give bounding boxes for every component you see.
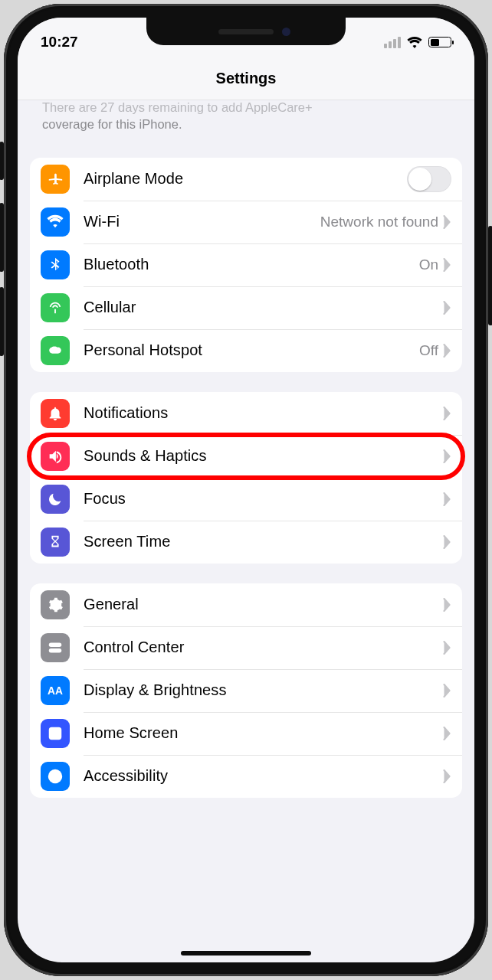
settings-row-general[interactable]: General bbox=[30, 583, 462, 626]
chevron-right-icon bbox=[443, 598, 451, 612]
row-value: Off bbox=[419, 342, 438, 359]
settings-row-hotspot[interactable]: Personal Hotspot Off bbox=[30, 329, 462, 372]
airplane-icon bbox=[41, 165, 70, 194]
settings-row-sounds[interactable]: Sounds & Haptics bbox=[30, 435, 462, 478]
settings-row-controlcenter[interactable]: Control Center bbox=[30, 626, 462, 669]
settings-row-wifi[interactable]: Wi-Fi Network not found bbox=[30, 201, 462, 243]
settings-row-accessibility[interactable]: Accessibility bbox=[30, 755, 462, 798]
row-value: On bbox=[419, 256, 438, 273]
settings-group: Notifications Sounds & Haptics Focus Scr… bbox=[30, 392, 462, 564]
settings-row-screentime[interactable]: Screen Time bbox=[30, 521, 462, 564]
chevron-right-icon bbox=[443, 215, 451, 229]
settings-row-homescreen[interactable]: Home Screen bbox=[30, 712, 462, 755]
settings-scroll[interactable]: There are 27 days remaining to add Apple… bbox=[18, 100, 474, 962]
nav-bar: Settings bbox=[18, 57, 474, 100]
row-label: Focus bbox=[84, 490, 443, 508]
chevron-right-icon bbox=[443, 449, 451, 463]
toggle-airplane[interactable] bbox=[407, 166, 451, 192]
status-time: 10:27 bbox=[41, 34, 78, 51]
wifi-icon bbox=[41, 207, 70, 237]
row-value: Network not found bbox=[320, 214, 438, 230]
volume-up-button bbox=[0, 203, 4, 272]
settings-row-airplane[interactable]: Airplane Mode bbox=[30, 158, 462, 201]
applecare-note: There are 27 days remaining to add Apple… bbox=[18, 100, 474, 144]
row-label: Control Center bbox=[84, 639, 443, 656]
wifi-status-icon bbox=[407, 37, 422, 48]
settings-row-focus[interactable]: Focus bbox=[30, 478, 462, 521]
chevron-right-icon bbox=[443, 407, 451, 420]
chevron-right-icon bbox=[443, 727, 451, 740]
chevron-right-icon bbox=[443, 535, 451, 549]
chevron-right-icon bbox=[443, 344, 451, 358]
settings-row-display[interactable]: Display & Brightness bbox=[30, 669, 462, 712]
row-label: Cellular bbox=[84, 299, 443, 316]
settings-group: General Control Center Display & Brightn… bbox=[30, 583, 462, 798]
device-frame: 10:27 Settings There are 27 days remaini… bbox=[4, 4, 488, 976]
bell-icon bbox=[41, 399, 70, 428]
home-indicator[interactable] bbox=[181, 951, 311, 956]
bluetooth-icon bbox=[41, 250, 70, 279]
hourglass-icon bbox=[41, 528, 70, 557]
power-button bbox=[488, 226, 492, 325]
screen: 10:27 Settings There are 27 days remaini… bbox=[18, 18, 474, 962]
hotspot-icon bbox=[41, 336, 70, 365]
row-label: Airplane Mode bbox=[84, 170, 407, 188]
row-label: Accessibility bbox=[84, 767, 443, 785]
row-label: Personal Hotspot bbox=[84, 341, 419, 359]
switches-icon bbox=[41, 633, 70, 662]
row-label: Notifications bbox=[84, 404, 443, 422]
row-label: Sounds & Haptics bbox=[84, 447, 443, 465]
chevron-right-icon bbox=[443, 492, 451, 506]
chevron-right-icon bbox=[443, 258, 451, 272]
chevron-right-icon bbox=[443, 769, 451, 783]
chevron-right-icon bbox=[443, 301, 451, 315]
gear-icon bbox=[41, 590, 70, 619]
chevron-right-icon bbox=[443, 641, 451, 655]
settings-row-cellular[interactable]: Cellular bbox=[30, 286, 462, 329]
cellular-signal-icon bbox=[384, 37, 401, 48]
row-label: General bbox=[84, 596, 443, 613]
speaker-icon bbox=[41, 442, 70, 471]
accessibility-icon bbox=[41, 762, 70, 791]
row-label: Wi-Fi bbox=[84, 213, 320, 230]
battery-icon bbox=[428, 37, 451, 47]
notch bbox=[146, 18, 346, 45]
moon-icon bbox=[41, 485, 70, 514]
mute-switch bbox=[0, 142, 4, 180]
volume-down-button bbox=[0, 287, 4, 356]
cellular-icon bbox=[41, 293, 70, 322]
row-label: Bluetooth bbox=[84, 256, 419, 273]
settings-row-bluetooth[interactable]: Bluetooth On bbox=[30, 243, 462, 286]
grid-icon bbox=[41, 719, 70, 748]
aa-icon bbox=[41, 676, 70, 705]
row-label: Screen Time bbox=[84, 533, 443, 550]
row-label: Home Screen bbox=[84, 724, 443, 742]
settings-row-notifications[interactable]: Notifications bbox=[30, 392, 462, 435]
settings-group: Airplane Mode Wi-Fi Network not found Bl… bbox=[30, 158, 462, 372]
row-label: Display & Brightness bbox=[84, 681, 443, 699]
chevron-right-icon bbox=[443, 684, 451, 697]
page-title: Settings bbox=[216, 70, 277, 87]
